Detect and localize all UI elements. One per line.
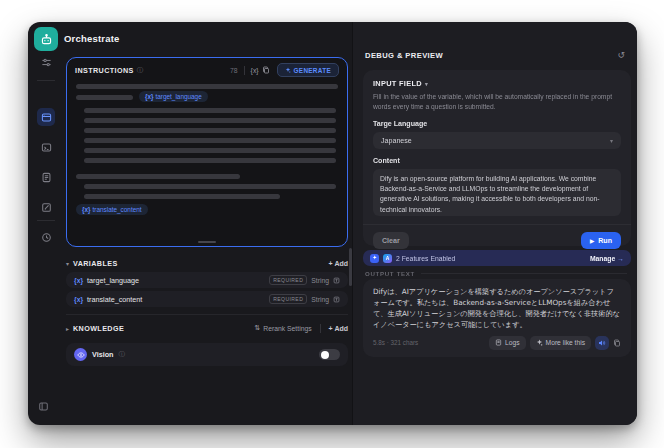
- vision-label: Vision: [92, 350, 113, 359]
- sidebar-divider: [37, 220, 55, 221]
- variable-token: {x}: [74, 296, 83, 303]
- sidebar-divider: [37, 80, 55, 81]
- chevron-down-icon[interactable]: ▾: [66, 260, 69, 267]
- debug-title: DEBUG & PREVIEW: [365, 51, 443, 60]
- variables-title: VARIABLES: [73, 259, 118, 268]
- output-card: Difyは、AIアプリケーションを構築するためのオープンソースプラットフォームで…: [363, 279, 631, 357]
- output-section-header: OUTPUT TEXT: [365, 270, 627, 277]
- generate-label: GENERATE: [294, 67, 331, 74]
- string-type-icon[interactable]: [333, 277, 340, 284]
- variable-chip-label: target_language: [156, 93, 202, 100]
- info-icon: ⓘ: [118, 350, 125, 359]
- sidebar-item-logs-icon[interactable]: [37, 168, 55, 186]
- variable-chip[interactable]: {x} translate_content: [76, 204, 148, 215]
- eye-icon: [74, 348, 87, 361]
- sparkle-icon: [536, 339, 543, 346]
- features-enabled-bar: A 2 Features Enabled Manage →: [363, 250, 631, 266]
- sidebar: [28, 22, 64, 425]
- more-like-this-button[interactable]: More like this: [530, 336, 591, 350]
- manage-features-button[interactable]: Manage →: [590, 255, 624, 262]
- page-title: Orchestrate: [64, 33, 120, 44]
- more-like-this-label: More like this: [546, 339, 585, 346]
- variable-chip[interactable]: {x} target_language: [139, 91, 208, 102]
- sidebar-item-orchestrate-icon[interactable]: [37, 108, 55, 126]
- features-count-label: 2 Features Enabled: [396, 255, 455, 262]
- variable-name: target_language: [87, 276, 139, 285]
- app-window: Orchestrate GPT-4o CHAT: [28, 22, 637, 425]
- copy-icon: [613, 339, 621, 347]
- clear-button[interactable]: Clear: [373, 232, 409, 249]
- resize-handle[interactable]: [198, 241, 216, 244]
- output-stats: 5.8s · 321 chars: [373, 339, 418, 346]
- copy-output-button[interactable]: [613, 339, 621, 347]
- input-field-header[interactable]: INPUT FIELD ▾: [373, 79, 621, 88]
- add-variable-button[interactable]: + Add: [329, 260, 348, 267]
- input-field-description: Fill in the value of the variable, which…: [373, 92, 621, 112]
- header-divider: [244, 66, 245, 75]
- required-badge: REQUIRED: [269, 275, 307, 285]
- chevron-right-icon[interactable]: ▸: [66, 325, 69, 332]
- sidebar-item-annotation-icon[interactable]: [37, 198, 55, 216]
- sidebar-item-monitoring-icon[interactable]: [37, 228, 55, 246]
- toggle-knob: [321, 351, 329, 359]
- speaker-icon: [598, 339, 606, 347]
- sidebar-item-preview-icon[interactable]: [37, 138, 55, 156]
- refresh-icon[interactable]: ↺: [617, 50, 625, 60]
- info-icon: ⓘ: [137, 66, 144, 75]
- chevron-down-icon: ▾: [610, 137, 613, 144]
- instructions-title: INSTRUCTIONS: [75, 66, 134, 75]
- variable-type: String: [311, 277, 329, 284]
- rerank-settings-button[interactable]: ⇅ Rerank Settings: [255, 324, 312, 332]
- translation-feature-icon: A: [383, 254, 392, 263]
- input-card-footer: Clear ▶ Run: [363, 224, 631, 249]
- collapse-sidebar-icon[interactable]: [38, 401, 49, 412]
- add-knowledge-button[interactable]: + Add: [329, 325, 348, 332]
- variable-row[interactable]: {x} translate_content REQUIRED String: [66, 291, 348, 307]
- rerank-icon: ⇅: [255, 324, 261, 332]
- language-select-value: Japanese: [381, 137, 412, 145]
- knowledge-title: KNOWLEDGE: [73, 324, 124, 333]
- string-type-icon[interactable]: [333, 296, 340, 303]
- copy-icon[interactable]: [262, 66, 270, 74]
- instructions-header: INSTRUCTIONS ⓘ 78 {x} GENERATE: [67, 58, 347, 82]
- run-button[interactable]: ▶ Run: [581, 232, 621, 249]
- variable-name: translate_content: [87, 295, 142, 304]
- variable-token: {x}: [82, 206, 91, 213]
- manage-label: Manage: [590, 255, 615, 262]
- content-textarea[interactable]: Dify is an open-source platform for buil…: [373, 169, 621, 216]
- output-text: Difyは、AIアプリケーションを構築するためのオープンソースプラットフォームで…: [373, 286, 621, 331]
- logs-icon: [495, 339, 502, 346]
- char-count: 78: [230, 67, 238, 74]
- insert-variable-icon[interactable]: {x}: [251, 67, 259, 74]
- variable-token: {x}: [74, 277, 83, 284]
- section-divider: [66, 314, 348, 315]
- clear-label: Clear: [382, 237, 400, 245]
- play-icon: ▶: [590, 238, 594, 244]
- variables-header: ▾ VARIABLES + Add: [66, 256, 348, 270]
- output-divider-line: [421, 273, 627, 274]
- input-field-card: INPUT FIELD ▾ Fill in the value of the v…: [363, 70, 631, 246]
- text-to-speech-button[interactable]: [595, 336, 609, 350]
- variable-type: String: [311, 296, 329, 303]
- knowledge-header: ▸ KNOWLEDGE ⇅ Rerank Settings + Add: [66, 321, 348, 335]
- debug-preview-panel: DEBUG & PREVIEW ↺ INPUT FIELD ▾ Fill in …: [352, 22, 637, 425]
- vision-toggle[interactable]: [319, 349, 340, 360]
- header-divider: [320, 324, 321, 333]
- instructions-panel[interactable]: INSTRUCTIONS ⓘ 78 {x} GENERATE: [66, 57, 348, 247]
- required-badge: REQUIRED: [269, 294, 307, 304]
- generate-button[interactable]: GENERATE: [277, 63, 339, 77]
- logs-button[interactable]: Logs: [489, 336, 526, 350]
- output-footer: 5.8s · 321 chars Logs More like this: [373, 336, 621, 350]
- logs-label: Logs: [505, 339, 520, 346]
- run-label: Run: [598, 237, 612, 245]
- input-field-title: INPUT FIELD: [373, 79, 422, 88]
- rerank-label: Rerank Settings: [263, 325, 311, 332]
- variable-token: {x}: [145, 93, 154, 100]
- screenshot-canvas: Orchestrate GPT-4o CHAT: [0, 0, 664, 448]
- variable-row[interactable]: {x} target_language REQUIRED String: [66, 272, 348, 288]
- content-field-label: Content: [373, 157, 621, 165]
- language-select[interactable]: Japanese ▾: [373, 132, 621, 149]
- arrow-right-icon: →: [617, 255, 624, 262]
- sparkle-icon: [285, 67, 291, 73]
- language-field-label: Targe Language: [373, 120, 621, 128]
